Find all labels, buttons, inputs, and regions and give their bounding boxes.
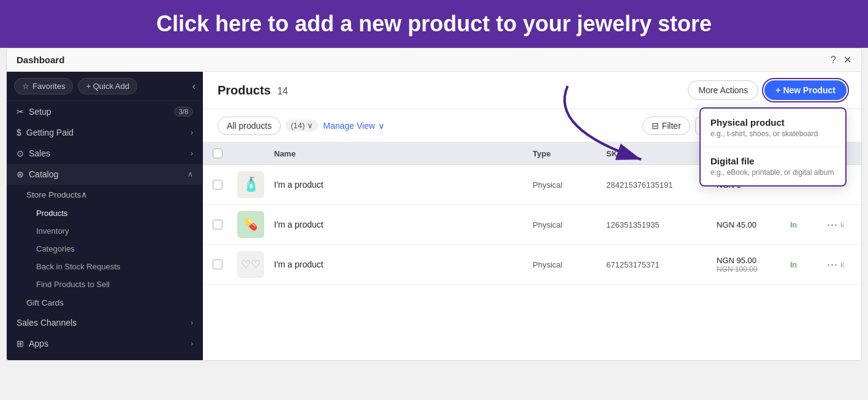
content-title-area: Products 14 bbox=[218, 83, 288, 98]
header-actions: More Actions + New Product Physical prod… bbox=[688, 80, 847, 100]
close-icon[interactable]: ✕ bbox=[843, 54, 851, 66]
content-header: Products 14 More Actions + New Product P… bbox=[203, 72, 861, 109]
product-status: In bbox=[790, 220, 827, 229]
sales-label: Sales bbox=[29, 148, 50, 158]
product-name: I'm a product bbox=[274, 260, 533, 269]
header-type: Type bbox=[533, 149, 606, 158]
all-products-filter-button[interactable]: All products bbox=[218, 117, 281, 135]
getting-paid-label: Getting Paid bbox=[26, 128, 74, 137]
product-type: Physical bbox=[533, 180, 606, 190]
sidebar-item-setup[interactable]: ✂ Setup 3/8 bbox=[7, 101, 203, 122]
help-icon[interactable]: ? bbox=[831, 55, 836, 66]
sidebar: ☆ Favorites + Quick Add ‹ ✂ Setup 3/8 $ … bbox=[7, 72, 203, 360]
sidebar-item-apps[interactable]: ⊞ Apps › bbox=[7, 333, 203, 354]
product-original-price: NGN 100.00 bbox=[717, 265, 790, 274]
manage-view-chevron: ∨ bbox=[378, 121, 384, 131]
all-products-label: All products bbox=[227, 121, 272, 131]
store-products-label: Store Products bbox=[26, 190, 81, 199]
products-count-badge: (14) ∨ bbox=[286, 120, 318, 131]
sidebar-collapse-button[interactable]: ‹ bbox=[192, 81, 196, 92]
categories-label: Categories bbox=[36, 244, 75, 253]
dropdown-digital-file[interactable]: Digital file e.g., eBook, printable, or … bbox=[701, 147, 845, 185]
sidebar-item-sales[interactable]: ⊙ Sales › bbox=[7, 143, 203, 164]
chevron-down-icon: ∨ bbox=[307, 121, 313, 130]
row-k-button[interactable]: k bbox=[840, 220, 845, 229]
sidebar-top-actions: ☆ Favorites + Quick Add ‹ bbox=[7, 72, 203, 101]
window-title: Dashboard bbox=[17, 55, 64, 65]
quick-add-label: + Quick Add bbox=[86, 82, 129, 91]
sidebar-item-products[interactable]: Products bbox=[7, 204, 203, 222]
row-k-button[interactable]: k bbox=[840, 260, 845, 269]
sidebar-item-getting-paid[interactable]: $ Getting Paid › bbox=[7, 122, 203, 143]
product-type: Physical bbox=[533, 260, 606, 269]
product-sku: 126351351935 bbox=[606, 220, 717, 229]
filter-icon: ⊟ bbox=[652, 121, 659, 131]
sales-channels-label: Sales Channels bbox=[17, 318, 77, 328]
row-dots-button[interactable]: ··· bbox=[827, 258, 838, 271]
window-controls: ? ✕ bbox=[831, 54, 851, 66]
manage-view-button[interactable]: Manage View ∨ bbox=[323, 121, 384, 131]
product-name: I'm a product bbox=[274, 220, 533, 229]
digital-file-title: Digital file bbox=[710, 156, 836, 166]
sidebar-item-back-in-stock[interactable]: Back in Stock Requests bbox=[7, 258, 203, 275]
back-in-stock-label: Back in Stock Requests bbox=[36, 262, 120, 271]
product-price: NGN 95.00 bbox=[717, 256, 790, 265]
catalog-icon: ⊛ bbox=[17, 169, 24, 179]
row-checkbox[interactable] bbox=[213, 180, 237, 190]
products-label: Products bbox=[36, 209, 67, 218]
quick-add-button[interactable]: + Quick Add bbox=[78, 78, 137, 94]
product-thumbnail: ♡♡ bbox=[237, 251, 264, 278]
filter-label: Filter bbox=[662, 121, 681, 131]
product-price: NGN 45.00 bbox=[717, 220, 790, 229]
sidebar-item-inventory[interactable]: Inventory bbox=[7, 222, 203, 240]
star-icon: ☆ bbox=[22, 82, 29, 91]
product-thumbnail: 💊 bbox=[237, 211, 264, 238]
row-checkbox[interactable] bbox=[213, 220, 237, 229]
row-checkbox[interactable] bbox=[213, 260, 237, 269]
physical-product-title: Physical product bbox=[710, 117, 836, 128]
find-products-label: Find Products to Sell bbox=[36, 280, 110, 289]
getting-paid-icon: $ bbox=[17, 128, 21, 137]
manage-view-label: Manage View bbox=[323, 121, 375, 131]
product-price-area: NGN 95.00 NGN 100.00 bbox=[717, 256, 790, 274]
product-type: Physical bbox=[533, 220, 606, 229]
table-row: 💊 I'm a product Physical 126351351935 NG… bbox=[203, 205, 861, 245]
favorites-label: Favorites bbox=[32, 82, 65, 91]
row-more-actions[interactable]: ··· k bbox=[827, 258, 851, 271]
sales-icon: ⊙ bbox=[17, 148, 24, 158]
product-name: I'm a product bbox=[274, 180, 533, 190]
table-row: ♡♡ I'm a product Physical 671253175371 N… bbox=[203, 245, 861, 285]
setup-icon: ✂ bbox=[17, 107, 24, 117]
sidebar-item-store-products[interactable]: Store Products ∧ bbox=[7, 185, 203, 204]
new-product-dropdown: Physical product e.g., t-shirt, shoes, o… bbox=[699, 107, 847, 187]
favorites-button[interactable]: ☆ Favorites bbox=[14, 78, 73, 94]
physical-product-desc: e.g., t-shirt, shoes, or skateboard bbox=[710, 129, 836, 138]
filter-button[interactable]: ⊟ Filter bbox=[642, 117, 690, 135]
row-dots-button[interactable]: ··· bbox=[827, 218, 838, 231]
products-count: (14) bbox=[291, 121, 305, 130]
annotation-banner: Click here to add a new product to your … bbox=[0, 0, 868, 48]
window-titlebar: Dashboard ? ✕ bbox=[7, 48, 861, 72]
dropdown-physical-product[interactable]: Physical product e.g., t-shirt, shoes, o… bbox=[701, 109, 845, 147]
inventory-label: Inventory bbox=[36, 226, 69, 236]
page-title-count: 14 bbox=[277, 86, 288, 96]
apps-label: Apps bbox=[29, 339, 48, 348]
sidebar-item-catalog[interactable]: ⊛ Catalog ∧ bbox=[7, 164, 203, 185]
product-sku: 671253175371 bbox=[606, 260, 717, 269]
new-product-button[interactable]: + New Product bbox=[764, 80, 847, 100]
catalog-label: Catalog bbox=[29, 169, 58, 179]
product-status: In bbox=[790, 260, 827, 269]
main-content: Products 14 More Actions + New Product P… bbox=[203, 72, 861, 360]
product-thumbnail: 🧴 bbox=[237, 171, 264, 198]
sidebar-item-gift-cards[interactable]: Gift Cards bbox=[7, 293, 203, 312]
sidebar-item-find-products[interactable]: Find Products to Sell bbox=[7, 275, 203, 293]
more-actions-button[interactable]: More Actions bbox=[688, 80, 758, 100]
row-more-actions[interactable]: ··· k bbox=[827, 218, 851, 231]
apps-icon: ⊞ bbox=[17, 339, 24, 348]
app-window: Dashboard ? ✕ ☆ Favorites + Quick Add ‹ … bbox=[6, 48, 862, 361]
setup-label: Setup bbox=[29, 107, 51, 117]
digital-file-desc: e.g., eBook, printable, or digital album bbox=[710, 168, 836, 177]
main-layout: ☆ Favorites + Quick Add ‹ ✂ Setup 3/8 $ … bbox=[7, 72, 861, 360]
sidebar-item-categories[interactable]: Categories bbox=[7, 240, 203, 258]
sidebar-item-sales-channels[interactable]: Sales Channels › bbox=[7, 312, 203, 333]
